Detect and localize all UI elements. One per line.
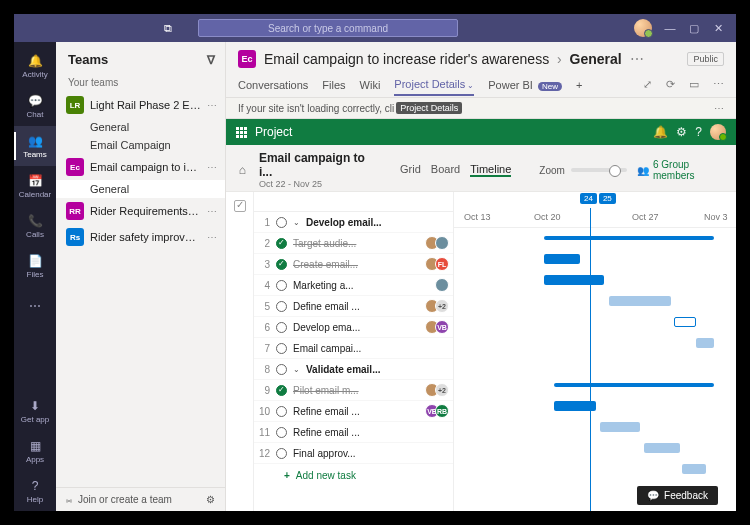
complete-toggle[interactable] (276, 427, 287, 438)
gantt-bar[interactable] (600, 422, 640, 432)
zoom-control[interactable]: Zoom (539, 165, 627, 176)
task-row[interactable]: 9Pilot email m...+2 (254, 380, 453, 401)
gantt-bar[interactable] (674, 317, 696, 327)
channel-item[interactable]: General (56, 118, 225, 136)
task-row[interactable]: 1⌄Develop email... (254, 212, 453, 233)
group-members[interactable]: 👥 6 Group members (637, 159, 726, 181)
ellipsis-icon[interactable]: ⋯ (207, 100, 217, 111)
tab-wiki[interactable]: Wiki (360, 75, 381, 95)
task-row[interactable]: 5Define email ...+2 (254, 296, 453, 317)
complete-toggle[interactable] (276, 364, 287, 375)
notice-bar: If your site isn't loading correctly, cl… (226, 98, 736, 119)
gantt-bar[interactable] (544, 236, 714, 240)
complete-toggle[interactable] (276, 301, 287, 312)
view-grid[interactable]: Grid (400, 163, 421, 177)
feedback-button[interactable]: 💬 Feedback (637, 486, 718, 505)
complete-toggle[interactable] (276, 238, 287, 249)
select-all-checkbox[interactable] (234, 200, 246, 212)
gantt-bar[interactable] (544, 275, 604, 285)
join-create-team[interactable]: ⨝ Join or create a team ⚙ (56, 487, 225, 511)
reload-icon[interactable]: ⟳ (666, 78, 675, 91)
rail-calls[interactable]: 📞Calls (14, 206, 56, 246)
crumb-team[interactable]: Email campaign to increase rider's aware… (264, 51, 549, 67)
rail-more[interactable]: ⋯ (14, 286, 56, 326)
task-row[interactable]: 10Refine email ...VBRB (254, 401, 453, 422)
task-row[interactable]: 7Email campai... (254, 338, 453, 359)
view-board[interactable]: Board (431, 163, 460, 177)
rail-files[interactable]: 📄Files (14, 246, 56, 286)
gantt-bar[interactable] (682, 464, 706, 474)
channel-item[interactable]: Email Campaign (56, 136, 225, 154)
maximize-button[interactable]: ▢ (682, 14, 706, 42)
popout-icon[interactable]: ▭ (689, 78, 699, 91)
rail-teams[interactable]: 👥Teams (14, 126, 56, 166)
gantt-bar[interactable] (609, 296, 671, 306)
close-icon[interactable]: ⋯ (714, 103, 724, 114)
complete-toggle[interactable] (276, 259, 287, 270)
rail-calendar[interactable]: 📅Calendar (14, 166, 56, 206)
gantt-bar[interactable] (644, 443, 680, 453)
expand-icon[interactable]: ⤢ (643, 78, 652, 91)
ellipsis-icon[interactable]: ⋯ (207, 206, 217, 217)
task-name: Develop ema... (293, 322, 423, 333)
complete-toggle[interactable] (276, 322, 287, 333)
home-icon[interactable]: ⌂ (236, 163, 249, 177)
gantt-bar[interactable] (544, 254, 580, 264)
gantt-bar[interactable] (554, 383, 714, 387)
complete-toggle[interactable] (276, 217, 287, 228)
timeline[interactable]: 2425 Oct 13Oct 20Oct 27Nov 3 (454, 192, 736, 511)
tab-files[interactable]: Files (322, 75, 345, 95)
view-timeline[interactable]: Timeline (470, 163, 511, 177)
waffle-icon[interactable] (236, 127, 247, 138)
gantt-bar[interactable] (554, 401, 596, 411)
close-button[interactable]: ✕ (706, 14, 730, 42)
more-icon[interactable]: ⋯ (713, 78, 724, 91)
search-input[interactable]: Search or type a command (198, 19, 458, 37)
date-label: Oct 13 (464, 212, 491, 222)
rail-activity[interactable]: 🔔Activity (14, 46, 56, 86)
chevron-down-icon[interactable]: ⌄ (293, 218, 300, 227)
task-row[interactable]: 8⌄Validate email... (254, 359, 453, 380)
complete-toggle[interactable] (276, 448, 287, 459)
team-item[interactable]: EcEmail campaign to increa...⋯ (56, 154, 225, 180)
task-row[interactable]: 4Marketing a... (254, 275, 453, 296)
rail-help[interactable]: ?Help (14, 471, 56, 511)
complete-toggle[interactable] (276, 385, 287, 396)
task-row[interactable]: 6Develop ema...VB (254, 317, 453, 338)
minimize-button[interactable]: — (658, 14, 682, 42)
task-row[interactable]: 11Refine email ... (254, 422, 453, 443)
help-icon[interactable]: ? (695, 125, 702, 139)
add-tab-button[interactable]: + (576, 75, 582, 95)
crumb-more-icon[interactable]: ⋯ (630, 51, 644, 67)
crumb-channel[interactable]: General (570, 51, 622, 67)
complete-toggle[interactable] (276, 343, 287, 354)
tab-powerbi[interactable]: Power BI New (488, 75, 562, 95)
complete-toggle[interactable] (276, 280, 287, 291)
gear-icon[interactable]: ⚙ (206, 494, 215, 505)
filter-icon[interactable]: ∇ (207, 53, 215, 67)
gear-icon[interactable]: ⚙ (676, 125, 687, 139)
rail-getapp[interactable]: ⬇Get app (14, 391, 56, 431)
complete-toggle[interactable] (276, 406, 287, 417)
ellipsis-icon[interactable]: ⋯ (207, 232, 217, 243)
gantt-bar[interactable] (696, 338, 714, 348)
team-item[interactable]: RsRider safety improvements⋯ (56, 224, 225, 250)
open-external-icon[interactable]: ⧉ (160, 20, 176, 36)
add-task-button[interactable]: +Add new task (254, 464, 453, 486)
task-row[interactable]: 2Target audie... (254, 233, 453, 254)
rail-chat[interactable]: 💬Chat (14, 86, 56, 126)
avatar[interactable] (634, 19, 652, 37)
team-item[interactable]: RRRider Requirements Survey⋯ (56, 198, 225, 224)
task-row[interactable]: 12Final approv... (254, 443, 453, 464)
tab-project-details[interactable]: Project Details⌄ (394, 74, 474, 96)
task-row[interactable]: 3Create email...FL (254, 254, 453, 275)
tab-conversations[interactable]: Conversations (238, 75, 308, 95)
channel-item[interactable]: General (56, 180, 225, 198)
rail-apps[interactable]: ▦Apps (14, 431, 56, 471)
team-item[interactable]: LRLight Rail Phase 2 Expans...⋯ (56, 92, 225, 118)
bell-icon[interactable]: 🔔 (653, 125, 668, 139)
avatar[interactable] (710, 124, 726, 140)
zoom-slider[interactable] (571, 168, 627, 172)
ellipsis-icon[interactable]: ⋯ (207, 162, 217, 173)
chevron-down-icon[interactable]: ⌄ (293, 365, 300, 374)
